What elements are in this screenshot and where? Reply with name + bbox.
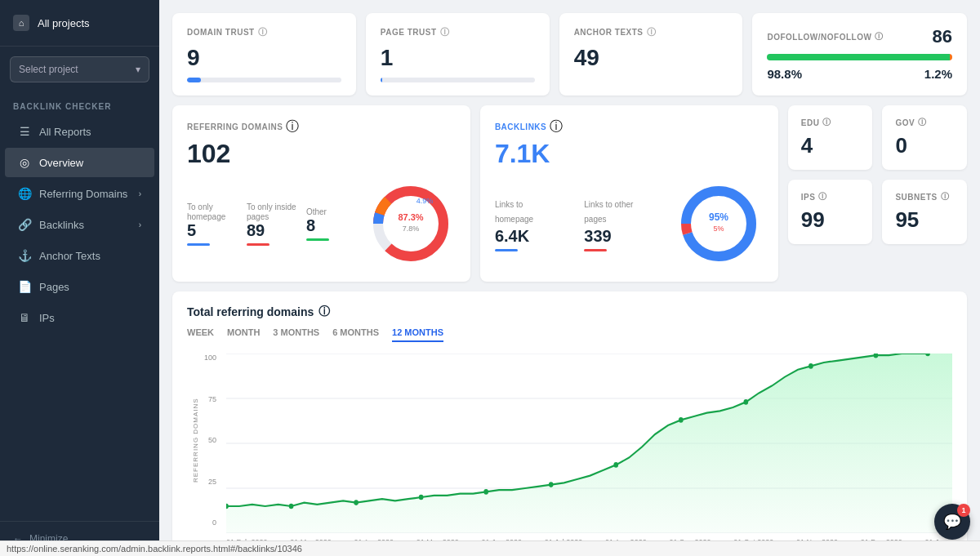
ips-subnets-row: IPS ⓘ 99 SUBNETS ⓘ 95	[788, 180, 967, 244]
info-icon[interactable]: ⓘ	[941, 191, 950, 202]
domain-trust-card: DOMAIN TRUST ⓘ 9	[172, 13, 356, 96]
svg-text:7.8%: 7.8%	[403, 225, 420, 233]
subnets-value: 95	[895, 207, 954, 233]
y-axis-label: REFERRING DOMAINS	[192, 354, 199, 527]
ip-icon: 🖥	[18, 311, 31, 324]
info-icon[interactable]: ⓘ	[286, 118, 299, 136]
dofollow-bar-orange	[950, 54, 952, 60]
ref-card-header: REFERRING DOMAINS ⓘ	[187, 118, 456, 136]
other-bar	[306, 238, 329, 241]
chart-dot	[808, 363, 813, 369]
sidebar-item-label: Backlinks	[39, 219, 84, 231]
sidebar-item-label: IPs	[39, 312, 55, 324]
backlinks-header: BACKLINKS ⓘ	[495, 118, 764, 136]
sidebar-item-label: Anchor Texts	[39, 250, 100, 262]
backlinks-label: BACKLINKS	[495, 122, 546, 131]
overview-icon: ◎	[18, 156, 31, 169]
chart-tab-3months[interactable]: 3 MONTHS	[273, 327, 319, 342]
page-trust-card: PAGE TRUST ⓘ 1	[366, 13, 550, 96]
chart-tabs: WEEK MONTH 3 MONTHS 6 MONTHS 12 MONTHS	[187, 327, 952, 342]
sidebar-item-overview[interactable]: ◎ Overview	[5, 148, 154, 177]
gov-value: 0	[895, 133, 954, 158]
chart-tab-week[interactable]: WEEK	[187, 327, 214, 342]
sidebar-item-referring-domains[interactable]: 🌐 Referring Domains ›	[5, 179, 154, 208]
right-col: EDU ⓘ 4 GOV ⓘ 0 IPS ⓘ	[788, 105, 967, 282]
info-icon[interactable]: ⓘ	[918, 117, 927, 128]
dofollow-bar	[767, 54, 952, 60]
project-select-placeholder: Select project	[19, 64, 78, 75]
edu-gov-row: EDU ⓘ 4 GOV ⓘ 0	[788, 105, 967, 170]
page-trust-value: 1	[381, 45, 535, 71]
sidebar-item-backlinks[interactable]: 🔗 Backlinks ›	[5, 210, 154, 239]
chart-svg	[226, 354, 952, 533]
chevron-down-icon: ▾	[136, 64, 140, 75]
status-bar: https://online.seranking.com/admin.backl…	[0, 540, 980, 556]
backlinks-sub-row: Links tohomepage 6.4K Links to otherpage…	[495, 179, 764, 269]
info-icon[interactable]: ⓘ	[822, 117, 831, 128]
ref-big-value: 102	[187, 139, 456, 169]
dofollow-label: DOFOLLOW/NOFOLLOW ⓘ	[767, 31, 883, 42]
dofollow-pct-green: 98.8%	[767, 67, 802, 81]
globe-icon: 🌐	[18, 187, 31, 200]
page-icon: 📄	[18, 280, 31, 293]
ref-sub-row: To onlyhomepage 5 To only insidepages 89…	[187, 179, 456, 269]
domain-trust-bar-fill	[187, 78, 201, 82]
sidebar-item-anchor-texts[interactable]: ⚓ Anchor Texts	[5, 241, 154, 270]
edu-label: EDU ⓘ	[801, 117, 860, 128]
svg-text:5%: 5%	[713, 225, 724, 233]
domain-trust-value: 9	[187, 45, 341, 71]
info-icon[interactable]: ⓘ	[318, 305, 330, 319]
info-icon[interactable]: ⓘ	[647, 26, 657, 38]
sidebar-item-label: Pages	[39, 281, 69, 293]
project-select[interactable]: Select project ▾	[10, 56, 149, 82]
info-icon[interactable]: ⓘ	[818, 191, 827, 202]
sidebar-item-label: Referring Domains	[39, 188, 127, 200]
link-icon: 🔗	[18, 218, 31, 231]
page-trust-label: PAGE TRUST ⓘ	[381, 26, 535, 38]
info-icon[interactable]: ⓘ	[440, 26, 450, 38]
chart-dot	[613, 462, 618, 468]
svg-text:95%: 95%	[709, 211, 728, 223]
ips-card: IPS ⓘ 99	[788, 180, 873, 244]
second-row: REFERRING DOMAINS ⓘ 102 To onlyhomepage …	[172, 105, 967, 282]
chart-dot	[289, 504, 294, 509]
sidebar-item-all-reports[interactable]: ☰ All Reports	[5, 117, 154, 146]
chart-dot	[549, 482, 554, 487]
backlinks-sub-homepage: Links tohomepage 6.4K	[495, 196, 584, 251]
dofollow-header: DOFOLLOW/NOFOLLOW ⓘ 86	[767, 26, 952, 47]
list-icon: ☰	[18, 125, 31, 138]
chart-dot	[679, 417, 684, 423]
backlinks-big-value: 7.1K	[495, 139, 764, 169]
main-content: DOMAIN TRUST ⓘ 9 PAGE TRUST ⓘ 1 ANCHOR T…	[159, 0, 980, 556]
subnets-label: SUBNETS ⓘ	[895, 191, 954, 202]
sidebar: ⌂ All projects Select project ▾ BACKLINK…	[0, 0, 159, 556]
top-stats-row: DOMAIN TRUST ⓘ 9 PAGE TRUST ⓘ 1 ANCHOR T…	[172, 13, 967, 96]
sidebar-item-ips[interactable]: 🖥 IPs	[5, 303, 154, 332]
anchor-icon: ⚓	[18, 249, 31, 262]
svg-text:87.3%: 87.3%	[398, 212, 423, 222]
chart-section: Total referring domains ⓘ WEEK MONTH 3 M…	[172, 291, 967, 556]
sidebar-header[interactable]: ⌂ All projects	[0, 0, 159, 47]
ips-value: 99	[801, 207, 860, 233]
svg-text:4.9%: 4.9%	[416, 197, 434, 205]
sidebar-item-pages[interactable]: 📄 Pages	[5, 272, 154, 301]
info-icon[interactable]: ⓘ	[258, 26, 268, 38]
ref-donut: 87.3% 7.8% 4.9%	[366, 179, 456, 269]
edu-card: EDU ⓘ 4	[788, 105, 873, 170]
dofollow-bar-green	[767, 54, 950, 60]
backlinks-sub-other: Links to otherpages 339	[584, 196, 673, 251]
dofollow-count: 86	[933, 26, 952, 47]
chart-tab-month[interactable]: MONTH	[227, 327, 260, 342]
chat-icon: 💬	[943, 513, 961, 531]
home-icon: ⌂	[13, 15, 29, 31]
info-icon[interactable]: ⓘ	[875, 31, 884, 42]
page-trust-bar	[381, 78, 535, 82]
chart-tab-12months[interactable]: 12 MONTHS	[392, 327, 443, 342]
chat-button[interactable]: 💬 1	[934, 504, 970, 540]
anchor-texts-value: 49	[574, 45, 728, 71]
chart-tab-6months[interactable]: 6 MONTHS	[332, 327, 379, 342]
info-icon[interactable]: ⓘ	[550, 118, 563, 136]
gov-label: GOV ⓘ	[895, 117, 954, 128]
chart-dot	[419, 495, 424, 500]
referring-domains-card: REFERRING DOMAINS ⓘ 102 To onlyhomepage …	[172, 105, 470, 282]
